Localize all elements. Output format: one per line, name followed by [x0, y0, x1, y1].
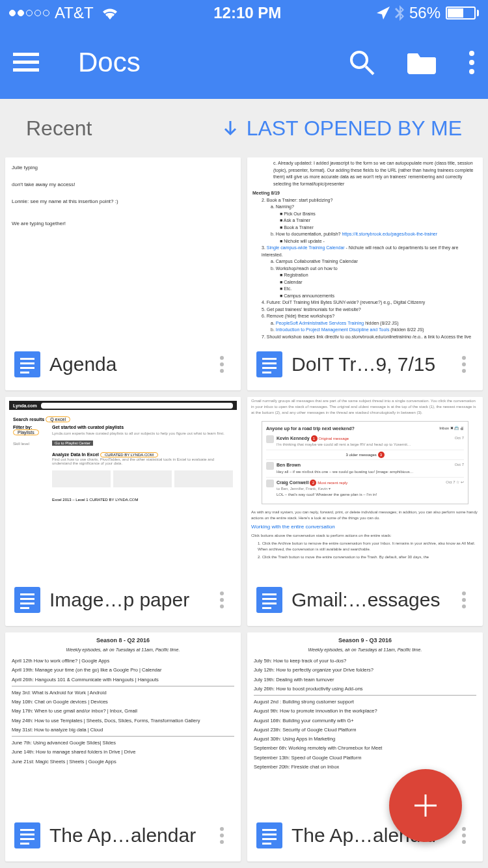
more-vert-icon[interactable]	[454, 356, 474, 373]
arrow-down-icon	[222, 120, 239, 137]
docs-file-icon	[256, 822, 282, 848]
docs-file-icon	[14, 822, 40, 848]
doc-card[interactable]: Lynda.com Search results Q excel Filter …	[5, 397, 241, 626]
docs-file-icon	[14, 351, 40, 377]
carrier-label: AT&T	[55, 4, 94, 22]
battery-icon	[446, 7, 479, 20]
sort-option[interactable]: LAST OPENED BY ME	[222, 116, 462, 141]
app-bar: Docs	[0, 26, 488, 99]
svg-point-3	[351, 52, 367, 68]
status-bar: AT&T 12:10 PM 56%	[0, 0, 488, 26]
svg-point-7	[469, 69, 474, 74]
svg-line-4	[366, 66, 373, 74]
svg-point-6	[469, 60, 474, 65]
svg-rect-0	[13, 53, 39, 56]
doc-grid: Julie typing don't take away my access! …	[0, 157, 488, 861]
location-icon	[377, 7, 390, 20]
doc-card[interactable]: Season 8 - Q2 2016 Weekly episodes, air …	[5, 632, 241, 861]
more-vert-icon[interactable]	[212, 827, 232, 844]
plus-icon	[412, 792, 439, 819]
doc-title: The Ap…alendar	[49, 824, 203, 847]
svg-rect-1	[13, 61, 39, 64]
doc-title: DoIT Tr…9, 7/15	[291, 353, 445, 375]
hamburger-menu-icon[interactable]	[13, 53, 39, 72]
doc-card[interactable]: Gmail normally groups all messages that …	[247, 397, 483, 626]
search-icon[interactable]	[349, 49, 375, 75]
doc-thumbnail: Julie typing don't take away my access! …	[5, 157, 241, 338]
wifi-icon	[102, 7, 118, 20]
sort-label: Recent	[26, 116, 92, 141]
more-vert-icon[interactable]	[454, 591, 474, 608]
folder-icon[interactable]	[407, 51, 436, 74]
doc-thumbnail: Gmail normally groups all messages that …	[247, 397, 483, 574]
doc-thumbnail: Lynda.com Search results Q excel Filter …	[5, 397, 241, 574]
more-vert-icon[interactable]	[468, 49, 475, 75]
docs-file-icon	[256, 351, 282, 377]
doc-card[interactable]: Julie typing don't take away my access! …	[5, 157, 241, 390]
more-vert-icon[interactable]	[212, 591, 232, 608]
doc-thumbnail: Season 8 - Q2 2016 Weekly episodes, air …	[5, 632, 241, 809]
svg-rect-2	[13, 68, 39, 72]
sort-option-label: LAST OPENED BY ME	[247, 116, 462, 141]
doc-title: Agenda	[49, 353, 203, 375]
sort-bar: Recent LAST OPENED BY ME	[0, 99, 488, 157]
time-label: 12:10 PM	[213, 4, 281, 22]
fab-new-doc[interactable]	[389, 769, 462, 842]
app-title: Docs	[78, 47, 349, 78]
doc-title: Gmail:…essages	[291, 589, 445, 611]
more-vert-icon[interactable]	[212, 356, 232, 373]
svg-point-5	[469, 51, 474, 56]
docs-file-icon	[256, 587, 282, 613]
battery-pct-label: 56%	[409, 4, 441, 22]
doc-card[interactable]: c. Already updated: I added javascript t…	[247, 157, 483, 390]
signal-dots-icon	[9, 10, 49, 16]
doc-title: Image…p paper	[49, 589, 203, 611]
more-vert-icon[interactable]	[454, 827, 474, 844]
docs-file-icon	[14, 587, 40, 613]
doc-thumbnail: c. Already updated: I added javascript t…	[247, 157, 483, 338]
bluetooth-icon	[395, 5, 404, 21]
